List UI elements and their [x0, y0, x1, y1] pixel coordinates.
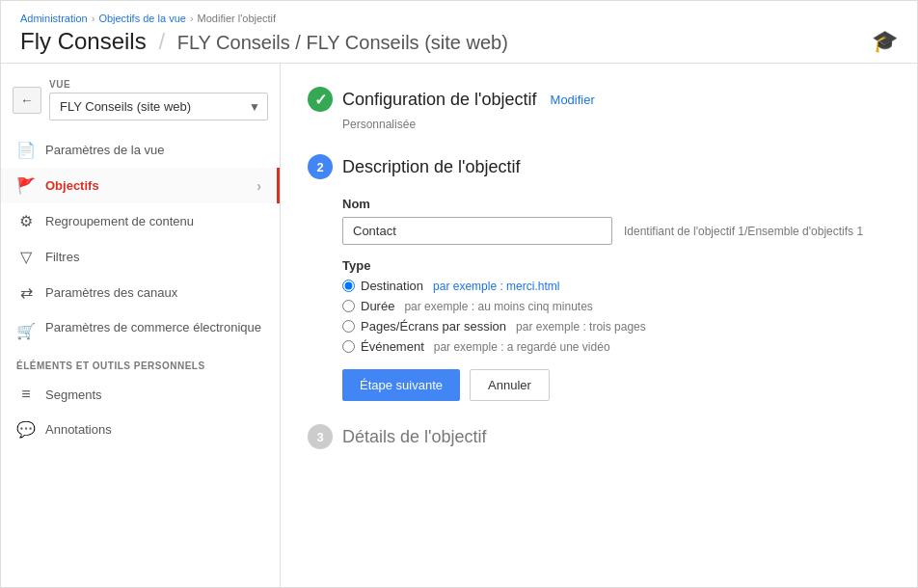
page-title: Fly Conseils / FLY Conseils / FLY Consei… [20, 28, 508, 55]
type-evenement-label: Événement [361, 339, 424, 354]
main-content: ✓ Configuration de l'objectif Modifier P… [281, 64, 917, 587]
sidebar-item-filtres[interactable]: ▽ Filtres [1, 239, 280, 275]
type-pages-label: Pages/Écrans par session [361, 319, 506, 334]
breadcrumb-admin[interactable]: Administration [20, 13, 88, 24]
step1-subtitle: Personnalisée [308, 118, 890, 131]
sidebar-item-regroupement[interactable]: ⚙ Regroupement de contenu [1, 203, 280, 239]
sidebar-bottom-nav: ≡ Segments 💬 Annotations [1, 377, 280, 447]
sidebar-item-annotations[interactable]: 💬 Annotations [1, 412, 280, 447]
breadcrumb-objectifs[interactable]: Objectifs de la vue [98, 13, 186, 24]
name-field-row: Identifiant de l'objectif 1/Ensemble d'o… [342, 217, 890, 245]
sidebar-top: ← VUE FLY Conseils (site web) ▼ [1, 79, 280, 132]
step3-section: 3 Détails de l'objectif [308, 424, 890, 449]
filter-icon: ▽ [16, 248, 36, 266]
type-label: Type [342, 258, 890, 273]
breadcrumb: Administration › Objectifs de la vue › M… [20, 13, 898, 24]
sidebar-item-canaux[interactable]: ⇄ Paramètres des canaux [1, 275, 280, 310]
sidebar-label-params-vue: Paramètres de la vue [45, 143, 165, 157]
graduation-icon: 🎓 [872, 29, 898, 54]
name-input[interactable] [342, 217, 612, 245]
name-label: Nom [342, 197, 890, 211]
type-duree[interactable]: Durée par exemple : au moins cinq minute… [342, 299, 890, 313]
page-title-main: Fly Conseils [20, 28, 147, 54]
sidebar-item-params-vue[interactable]: 📄 Paramètres de la vue [1, 132, 280, 168]
step1-circle: ✓ [308, 87, 333, 112]
view-section: VUE FLY Conseils (site web) ▼ [49, 79, 268, 120]
segments-icon: ≡ [16, 386, 36, 403]
view-select[interactable]: FLY Conseils (site web) [49, 93, 268, 120]
sidebar-item-commerce[interactable]: 🛒 Paramètres de commerce électronique [1, 310, 280, 349]
step3-header: 3 Détails de l'objectif [308, 424, 890, 449]
cart-icon: 🛒 [16, 322, 36, 340]
breadcrumb-sep-2: › [190, 13, 194, 24]
step1-title: Configuration de l'objectif [342, 90, 537, 110]
cancel-button[interactable]: Annuler [470, 369, 550, 401]
file-icon: 📄 [16, 141, 36, 159]
type-evenement[interactable]: Événement par exemple : a regardé une vi… [342, 339, 890, 354]
page-title-sub: FLY Conseils / FLY Conseils (site web) [177, 32, 508, 53]
type-destination[interactable]: Destination par exemple : merci.html [342, 279, 890, 293]
back-button[interactable]: ← [13, 87, 41, 114]
radio-evenement[interactable] [342, 340, 355, 353]
type-pages[interactable]: Pages/Écrans par session par exemple : t… [342, 319, 890, 334]
tools-icon: ⚙ [16, 212, 36, 230]
type-duree-hint: par exemple : au moins cinq minutes [404, 300, 592, 313]
radio-duree[interactable] [342, 300, 355, 312]
btn-row: Étape suivante Annuler [342, 369, 890, 401]
breadcrumb-sep-1: › [92, 13, 95, 24]
checkmark-icon: ✓ [314, 91, 327, 109]
type-section: Type Destination par exemple : merci.htm… [342, 258, 890, 354]
channels-icon: ⇄ [16, 283, 36, 302]
flag-icon: 🚩 [16, 176, 36, 195]
type-evenement-hint: par exemple : a regardé une vidéo [434, 340, 610, 354]
name-hint: Identifiant de l'objectif 1/Ensemble d'o… [624, 225, 863, 238]
step2-section: 2 Description de l'objectif Nom Identifi… [308, 154, 890, 401]
type-options: Destination par exemple : merci.html Dur… [342, 279, 890, 354]
radio-pages[interactable] [342, 320, 355, 333]
type-duree-label: Durée [361, 299, 394, 313]
chevron-right-icon: › [256, 178, 261, 194]
sidebar-label-segments: Segments [45, 388, 102, 402]
page-title-row: Fly Conseils / FLY Conseils / FLY Consei… [20, 28, 898, 55]
app-container: Administration › Objectifs de la vue › M… [0, 0, 918, 588]
sidebar-label-objectifs: Objectifs [45, 178, 99, 193]
title-separator: / [158, 28, 165, 54]
sidebar: ← VUE FLY Conseils (site web) ▼ 📄 Paramè… [1, 64, 281, 587]
step2-circle: 2 [308, 154, 333, 179]
step2-body: Nom Identifiant de l'objectif 1/Ensemble… [308, 185, 890, 401]
sidebar-label-filtres: Filtres [45, 250, 79, 264]
step1-header: ✓ Configuration de l'objectif Modifier [308, 87, 890, 112]
sidebar-label-canaux: Paramètres des canaux [45, 285, 177, 300]
sidebar-item-objectifs[interactable]: 🚩 Objectifs › [1, 168, 280, 203]
sidebar-label-commerce: Paramètres de commerce électronique [45, 320, 261, 334]
body: ← VUE FLY Conseils (site web) ▼ 📄 Paramè… [1, 64, 917, 587]
sidebar-label-annotations: Annotations [45, 422, 112, 437]
sidebar-item-segments[interactable]: ≡ Segments [1, 377, 280, 412]
vue-label: VUE [49, 79, 268, 90]
next-step-button[interactable]: Étape suivante [342, 369, 460, 401]
step2-title: Description de l'objectif [342, 157, 521, 177]
type-pages-hint: par exemple : trois pages [516, 320, 646, 334]
breadcrumb-current: Modifier l'objectif [198, 13, 277, 24]
type-destination-label: Destination [361, 279, 423, 293]
sidebar-label-regroupement: Regroupement de contenu [45, 214, 194, 228]
sidebar-nav: 📄 Paramètres de la vue 🚩 Objectifs › ⚙ R… [1, 132, 280, 349]
step1-section: ✓ Configuration de l'objectif Modifier P… [308, 87, 890, 131]
sidebar-section-label: ÉLÉMENTS ET OUTILS PERSONNELS [1, 349, 280, 377]
step3-circle: 3 [308, 424, 333, 449]
step1-edit-link[interactable]: Modifier [551, 93, 595, 107]
radio-destination[interactable] [342, 280, 355, 292]
annotations-icon: 💬 [16, 420, 36, 439]
step2-header: 2 Description de l'objectif [308, 154, 890, 179]
view-select-wrapper: FLY Conseils (site web) ▼ [49, 93, 268, 120]
step3-title: Détails de l'objectif [342, 427, 487, 447]
type-destination-hint: par exemple : merci.html [433, 280, 559, 293]
header: Administration › Objectifs de la vue › M… [1, 1, 917, 64]
